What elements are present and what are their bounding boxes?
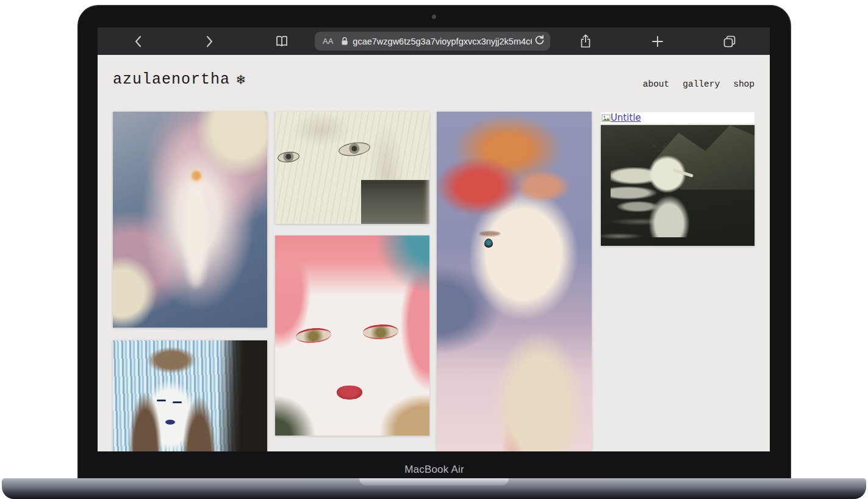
- ghost-eyes-detail: [652, 145, 656, 147]
- lips-detail: [165, 420, 175, 425]
- ghost-figure-detail: [611, 152, 708, 237]
- browser-toolbar: AA gcae7wzgw6tz5g3a7vioypfgxvcx3nyjj2k5m…: [98, 27, 770, 55]
- sea-detail: [361, 180, 429, 224]
- right-eye-detail: [362, 323, 398, 340]
- broken-image-link[interactable]: Untitle: [601, 112, 755, 124]
- lips-detail: [337, 386, 362, 400]
- artwork-pencil-portrait-by-sea[interactable]: [275, 112, 429, 224]
- lid-notch: [359, 478, 509, 486]
- figure-head-detail: [190, 169, 203, 184]
- left-eye-detail: [277, 151, 300, 163]
- artwork-pink-haired-face[interactable]: [275, 235, 429, 436]
- forward-button[interactable]: [198, 27, 222, 55]
- reload-arrow-icon: [534, 35, 545, 48]
- reload-button[interactable]: [534, 35, 545, 48]
- nav-link-gallery[interactable]: gallery: [683, 79, 720, 89]
- chevron-right-icon: [206, 35, 213, 48]
- share-button[interactable]: [573, 27, 598, 55]
- left-eye-detail: [295, 327, 332, 345]
- nav-link-about[interactable]: about: [643, 79, 670, 89]
- laptop-base: [2, 478, 866, 499]
- bookmarks-button[interactable]: [270, 27, 294, 55]
- url-bar[interactable]: AA gcae7wzgw6tz5g3a7vioypfgxvcx3nyjj2k5m…: [315, 32, 550, 51]
- chevron-left-icon: [134, 35, 142, 48]
- macbook-mockup: AA gcae7wzgw6tz5g3a7vioypfgxvcx3nyjj2k5m…: [0, 0, 868, 499]
- snowflake-icon: ❄: [235, 73, 247, 87]
- padlock-icon[interactable]: [341, 37, 348, 46]
- laptop-screen: AA gcae7wzgw6tz5g3a7vioypfgxvcx3nyjj2k5m…: [98, 27, 770, 451]
- open-book-icon: [275, 35, 289, 48]
- reader-button[interactable]: AA: [323, 37, 333, 46]
- webcam-dot: [432, 15, 436, 19]
- teal-eye-detail: [484, 239, 493, 248]
- broken-image-icon: [601, 113, 611, 123]
- closed-eyes-detail: [157, 400, 166, 401]
- right-eye-detail: [338, 140, 371, 157]
- plus-icon: [652, 36, 663, 47]
- artwork-ghost-in-dark-landscape[interactable]: [601, 125, 755, 246]
- device-label: MacBook Air: [77, 464, 791, 476]
- webpage: azulaenortha ❄ about gallery shop: [98, 55, 770, 451]
- site-logo-text: azulaenortha: [113, 71, 230, 88]
- share-arrow-up-icon: [580, 34, 591, 48]
- figure-body-detail: [183, 184, 209, 287]
- artwork-glowing-spirit-figure[interactable]: [113, 112, 267, 328]
- overlapping-squares-icon: [723, 35, 736, 48]
- site-nav: about gallery shop: [643, 79, 755, 89]
- artwork-blue-haired-woman[interactable]: [113, 340, 267, 451]
- broken-image-alt-text: Untitle: [611, 113, 641, 123]
- site-logo[interactable]: azulaenortha ❄: [113, 71, 247, 88]
- eye-socket-detail: [479, 231, 500, 236]
- nav-link-shop[interactable]: shop: [733, 79, 755, 89]
- url-text: gcae7wzgw6tz5g3a7vioypfgxvcx3nyjj2k5m4c6…: [353, 37, 532, 46]
- back-button[interactable]: [126, 27, 150, 55]
- new-tab-button[interactable]: [645, 27, 670, 55]
- laptop-lid: AA gcae7wzgw6tz5g3a7vioypfgxvcx3nyjj2k5m…: [77, 5, 791, 480]
- artwork-flame-headdress-figure[interactable]: [437, 112, 592, 451]
- tabs-button[interactable]: [717, 27, 742, 55]
